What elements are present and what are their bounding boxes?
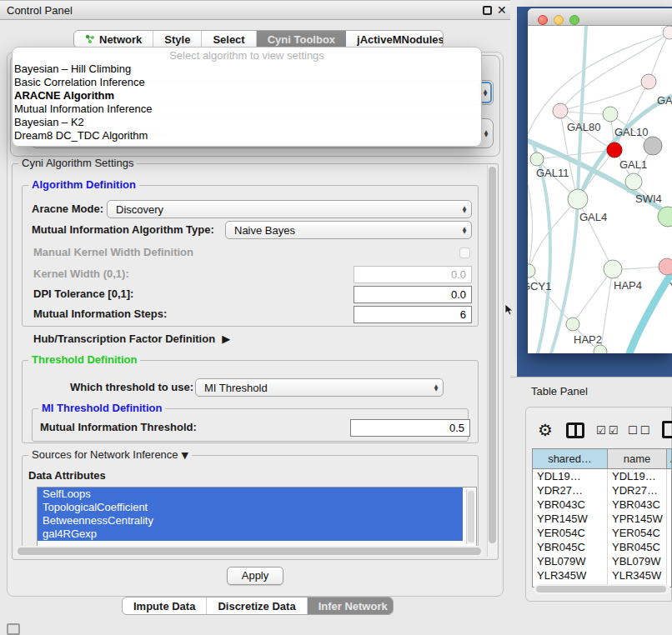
network-node[interactable] (663, 26, 672, 39)
attribute-item[interactable]: TopologicalCoefficient (38, 501, 463, 514)
node-label: GCY1 (528, 280, 551, 292)
sources-group-title[interactable]: Sources for Network Inference▼ (28, 448, 192, 461)
which-threshold-label: Which threshold to use: (70, 378, 193, 397)
mi-steps-field[interactable]: 6 (354, 306, 472, 323)
node-label: GAL (657, 94, 672, 107)
kernel-width-label: Kernel Width (0,1): (33, 265, 129, 283)
node-label: GAL80 (567, 121, 600, 133)
close-traffic-light-icon[interactable] (538, 15, 548, 25)
bottom-tab-impute-data[interactable]: Impute Data (123, 598, 207, 614)
tab-label: Network (99, 33, 142, 46)
column-header-a[interactable]: A (667, 449, 672, 468)
tab-cyni-toolbox[interactable]: Cyni Toolbox (257, 31, 346, 48)
table-row[interactable]: YDL19…YDL19…13 (533, 469, 671, 483)
control-panel-titlebar: Control Panel ✕ (0, 0, 510, 20)
screen: Control Panel ✕ NetworkStyleSelectCyni T… (0, 0, 672, 635)
dpi-tolerance-field[interactable]: 0.0 (354, 286, 472, 303)
attribute-item[interactable]: BetweennessCentrality (38, 514, 463, 528)
table-row[interactable]: YBR045CYBR045C9. (533, 540, 671, 554)
column-header-name[interactable]: name (608, 449, 667, 468)
algorithm-menu-item[interactable]: Mutual Information Inference (13, 102, 481, 116)
network-node[interactable] (528, 264, 535, 278)
node-label: HAP2 (574, 333, 602, 346)
deselect-all-checkbox-icon[interactable]: ☐☐ (628, 424, 652, 437)
select-all-checkbox-icon[interactable]: ☑☑ (596, 424, 620, 437)
tab-jactivemnodules[interactable]: jActiveMNodules (346, 31, 444, 48)
table-horizontal-scrollbar[interactable] (534, 584, 670, 594)
hub-definition-toggle[interactable]: Hub/Transcription Factor Definition▶ (33, 330, 230, 348)
table-cell: YDL19… (608, 469, 667, 483)
close-icon[interactable]: ✕ (497, 3, 507, 17)
gear-icon[interactable]: ⚙ (538, 420, 553, 440)
table-cell: YER054C (608, 526, 667, 540)
apply-button[interactable]: Apply (227, 567, 283, 585)
combo-stepper-icon[interactable]: ▲▼ (429, 379, 443, 396)
network-node[interactable] (604, 260, 622, 278)
table-cell: 13 (667, 469, 672, 483)
table-row[interactable]: YLR345WYLR345W9. (533, 568, 671, 582)
attribute-item[interactable]: SelfLoops (38, 488, 463, 501)
tab-style[interactable]: Style (153, 31, 202, 48)
table-cell: YBR045C (608, 540, 667, 554)
zoom-traffic-light-icon[interactable] (569, 15, 579, 25)
export-table-icon[interactable] (662, 421, 672, 438)
expanded-arrow-icon[interactable]: ▼ (182, 450, 188, 461)
table-row[interactable]: YPR145WYPR145W9. (533, 512, 671, 526)
manual-kernel-checkbox[interactable] (459, 248, 470, 258)
table-row[interactable]: YBL079WYBL079W (533, 554, 671, 568)
table-cell: YLR345W (533, 568, 608, 582)
network-node[interactable] (625, 173, 642, 190)
mi-type-combo[interactable]: Naive Bayes ▲▼ (225, 221, 472, 239)
table-cell: YDL19… (533, 469, 608, 483)
algorithm-menu-item[interactable]: Dream8 DC_TDC Algorithm (13, 129, 481, 142)
float-window-icon[interactable] (483, 6, 492, 15)
network-canvas[interactable]: GALGAL80GAL10GAL11GAL1SWI4GAL4GCY1HAP4YH… (528, 26, 672, 353)
algorithm-menu-item[interactable]: Bayesian – Hill Climbing (13, 62, 481, 76)
network-graph: GALGAL80GAL10GAL11GAL1SWI4GAL4GCY1HAP4YH… (528, 26, 672, 353)
collapsed-arrow-icon[interactable]: ▶ (222, 332, 230, 345)
bottom-tab-discretize-data[interactable]: Discretize Data (207, 598, 307, 614)
dock-icon-partial[interactable] (7, 623, 20, 635)
tab-label: Cyni Toolbox (268, 33, 335, 46)
network-tab-icon (85, 34, 95, 44)
node-attribute-table[interactable]: shared…nameAYDL19…YDL19…13YDR27…YDR27…12… (532, 448, 672, 588)
network-node[interactable] (568, 189, 588, 209)
minimize-traffic-light-icon[interactable] (554, 15, 564, 25)
algorithm-menu-item[interactable]: ARACNE Algorithm (13, 89, 481, 102)
network-node[interactable] (641, 74, 656, 89)
network-node[interactable] (553, 103, 568, 118)
which-threshold-combo[interactable]: MI Threshold ▲▼ (195, 378, 444, 397)
attribute-list-scrollbar[interactable] (466, 489, 474, 544)
table-cell: YDR27… (533, 483, 608, 498)
attribute-item[interactable]: gal4RGexp (38, 528, 463, 541)
combo-stepper-icon[interactable]: ▲▼ (458, 222, 471, 238)
aracne-mode-combo[interactable]: Discovery ▲▼ (107, 200, 472, 218)
network-node[interactable] (659, 258, 672, 275)
algorithm-menu-item[interactable]: Basic Correlation Inference (13, 76, 481, 89)
algorithm-menu-item[interactable]: Bayesian – K2 (13, 116, 481, 129)
table-row[interactable]: YDR27…YDR27…12 (533, 483, 671, 498)
network-node[interactable] (594, 345, 607, 353)
network-node[interactable] (607, 142, 622, 158)
tab-select[interactable]: Select (202, 31, 256, 48)
bottom-tab-infer-network[interactable]: Infer Network (308, 598, 394, 614)
columns-icon[interactable] (566, 422, 584, 438)
table-row[interactable]: YER054CYER054C8. (533, 526, 671, 540)
data-attributes-list[interactable]: SelfLoopsTopologicalCoefficientBetweenne… (37, 487, 477, 547)
network-node[interactable] (644, 137, 662, 155)
network-node[interactable] (530, 152, 544, 166)
network-node[interactable] (603, 107, 618, 122)
mi-threshold-field[interactable]: 0.5 (350, 419, 470, 437)
settings-horizontal-scrollbar[interactable] (15, 546, 484, 557)
column-header-shared[interactable]: shared… (533, 449, 608, 468)
settings-vertical-scrollbar[interactable] (487, 165, 497, 557)
network-window-titlebar[interactable] (528, 8, 672, 26)
network-window[interactable]: GALGAL80GAL10GAL11GAL1SWI4GAL4GCY1HAP4YH… (528, 8, 672, 353)
combo-stepper-icon[interactable]: ▲▼ (458, 201, 471, 218)
tab-network[interactable]: Network (74, 31, 153, 48)
algorithm-menu-placeholder: Select algorithm to view settings (13, 48, 481, 62)
cyni-algorithm-settings-title: Cyni Algorithm Settings (18, 157, 137, 169)
network-node[interactable] (566, 318, 579, 331)
table-row[interactable]: YBR043CYBR043C (533, 498, 671, 512)
table-cell: 12 (667, 483, 672, 498)
